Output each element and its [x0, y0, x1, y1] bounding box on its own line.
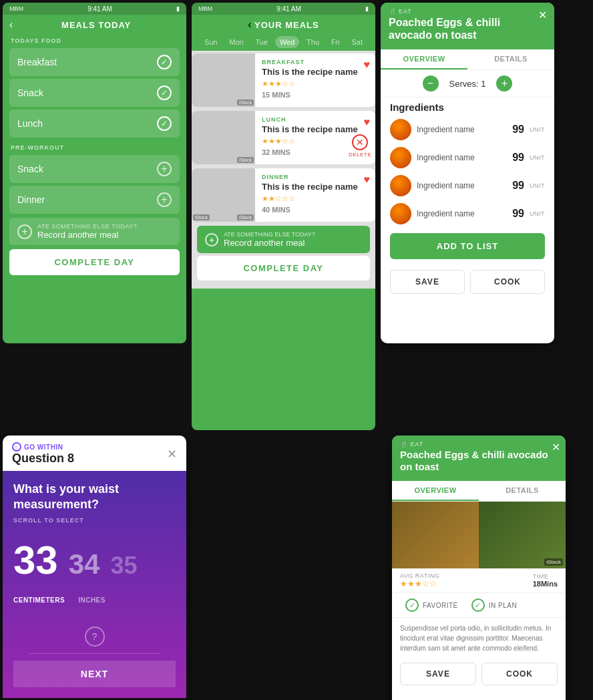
breakfast-check: ✓	[157, 55, 172, 69]
tab-details-1[interactable]: DETAILS	[467, 49, 554, 69]
record-meal-button-2[interactable]: + ATE SOMETHING ELSE TODAY? Record anoth…	[197, 226, 370, 253]
eat-label-1: 🍴 EAT	[389, 8, 546, 15]
ingredient-name-4: Ingredient name	[417, 209, 507, 218]
record-label-2: Record another meal	[224, 238, 315, 248]
recipe-stars-2: ★★★☆☆	[400, 579, 439, 588]
help-icon[interactable]: ?	[85, 627, 105, 647]
question-number: Question 8	[12, 452, 74, 466]
close-button-1[interactable]: ✕	[536, 8, 549, 21]
go-within-label: ○ GO WITHIN	[12, 442, 74, 452]
dinner-add[interactable]: +	[157, 192, 172, 207]
recipe-title-2: Poached Eggs & chilli avocado on toast	[400, 449, 558, 473]
screen-your-meals: MBM 9:41 AM ▮ ‹ YOUR MEALS Sun Mon Tue W…	[192, 3, 375, 430]
ingredient-image-1	[390, 119, 411, 140]
meal-item-snack2[interactable]: Snack +	[9, 155, 180, 183]
meal-item-breakfast[interactable]: Breakfast ✓	[9, 48, 180, 76]
day-sat[interactable]: Sat	[347, 36, 368, 48]
recipe-header-2: 🍴 EAT Poached Eggs & chilli avocado on t…	[392, 435, 566, 481]
save-button-1[interactable]: SAVE	[390, 270, 465, 294]
complete-day-button-2[interactable]: COMPLETE DAY	[197, 256, 370, 281]
ingredient-unit-3: UNIT	[530, 182, 545, 189]
tab-details-2[interactable]: DETAILS	[479, 481, 566, 501]
breakfast-content: BREAKFAST This is the recipe name ★★★☆☆ …	[255, 53, 375, 107]
eat-fork-icon-2: 🍴	[400, 441, 408, 448]
serves-plus[interactable]: +	[496, 75, 512, 92]
meal-card-dinner[interactable]: iStock iStock DINNER This is the recipe …	[192, 168, 375, 222]
screen-recipe-overview: 🍴 EAT Poached Eggs & chilli avocado on t…	[392, 435, 566, 700]
number-33[interactable]: 33	[13, 537, 58, 583]
in-plan-item[interactable]: ✓ IN PLAN	[471, 598, 517, 612]
breakfast-image: iStock	[192, 53, 255, 107]
screen-meals-today: MBM 9:41 AM ▮ ‹ MEALS TODAY TODAYS FOOD …	[3, 3, 186, 343]
in-plan-check-icon: ✓	[471, 598, 485, 612]
cook-button-2[interactable]: COOK	[481, 663, 558, 685]
bottom-actions-2: SAVE COOK	[392, 659, 566, 689]
snack1-check: ✓	[157, 85, 172, 100]
day-wed[interactable]: Wed	[275, 36, 299, 48]
dinner-heart-icon[interactable]: ♥	[364, 174, 371, 186]
complete-day-button-1[interactable]: COMPLETE DAY	[9, 249, 180, 275]
day-tue[interactable]: Tue	[251, 36, 273, 48]
number-34[interactable]: 34	[69, 548, 100, 580]
number-picker[interactable]: 33 34 35	[13, 537, 176, 596]
serves-row: − Serves: 1 +	[381, 70, 554, 98]
status-bar-2: MBM 9:41 AM ▮	[192, 3, 375, 15]
number-35[interactable]: 35	[110, 552, 137, 580]
meal-card-lunch[interactable]: iStock LUNCH This is the recipe name ★★★…	[192, 111, 375, 164]
day-sun[interactable]: Sun	[200, 36, 222, 48]
tab-overview-1[interactable]: OVERVIEW	[381, 49, 467, 69]
ingredients-heading: Ingredients	[381, 98, 554, 116]
add-to-list-button[interactable]: ADD TO LIST	[390, 233, 545, 259]
tab-overview-2[interactable]: OVERVIEW	[392, 481, 479, 501]
serves-minus[interactable]: −	[423, 75, 439, 92]
scroll-to-select-label: SCROLL TO SELECT	[13, 517, 84, 524]
cook-button-1[interactable]: COOK	[470, 270, 545, 294]
bottom-actions-1: SAVE COOK	[381, 265, 554, 299]
day-fri[interactable]: Fri	[327, 36, 345, 48]
question-text: What is your waist measurement?	[13, 482, 176, 513]
lunch-heart-icon[interactable]: ♥	[364, 116, 371, 128]
ingredient-name-3: Ingredient name	[417, 181, 507, 190]
record-meal-button-1[interactable]: + ATE SOMETHING ELSE TODAY? Record anoth…	[9, 218, 180, 245]
snack1-label: Snack	[17, 88, 43, 98]
meal-item-lunch[interactable]: Lunch ✓	[9, 110, 180, 138]
record-sub-label-1: ATE SOMETHING ELSE TODAY?	[37, 223, 137, 230]
meal-item-snack1[interactable]: Snack ✓	[9, 79, 180, 107]
question-header: ○ GO WITHIN Question 8 ✕	[3, 435, 186, 471]
battery-2: ▮	[365, 5, 369, 12]
ingredient-unit-4: UNIT	[530, 210, 545, 217]
ingredient-image-3	[390, 175, 411, 196]
back-arrow-1[interactable]: ‹	[9, 19, 13, 31]
unit-centimeters[interactable]: CENTIMETERS	[13, 596, 65, 604]
delete-button[interactable]: ✕	[352, 134, 368, 150]
day-thu[interactable]: Thu	[302, 36, 324, 48]
favorite-item[interactable]: ✓ FAVORITE	[405, 598, 458, 612]
time-1: 9:41 AM	[87, 5, 112, 13]
top-bar-1: ‹ MEALS TODAY	[3, 15, 186, 33]
breakfast-stars: ★★★☆☆	[262, 79, 369, 88]
breakfast-heart-icon[interactable]: ♥	[364, 59, 371, 71]
meal-item-dinner[interactable]: Dinner +	[9, 186, 180, 214]
ingredient-row-3: Ingredient name 99 UNIT	[381, 172, 554, 200]
meal-card-breakfast[interactable]: iStock BREAKFAST This is the recipe name…	[192, 53, 375, 107]
back-arrow-2[interactable]: ‹	[248, 19, 251, 30]
record-plus-icon-2: +	[205, 233, 218, 246]
recipe-video-thumbnail[interactable]: ▶ iStock	[392, 502, 566, 568]
breakfast-recipe-name: This is the recipe name	[262, 67, 369, 77]
day-navigator: Sun Mon Tue Wed Thu Fri Sat	[192, 33, 375, 51]
snack2-add[interactable]: +	[157, 162, 172, 176]
dinner-stars: ★★☆☆☆	[262, 194, 369, 203]
tabs-row-1: OVERVIEW DETAILS	[381, 49, 554, 70]
ingredient-image-4	[390, 203, 411, 224]
question-close-button[interactable]: ✕	[167, 447, 177, 462]
day-mon[interactable]: Mon	[224, 36, 248, 48]
close-button-2[interactable]: ✕	[552, 441, 560, 454]
status-bar-1: MBM 9:41 AM ▮	[3, 3, 186, 15]
next-button[interactable]: NEXT	[13, 661, 176, 687]
unit-inches[interactable]: INCHES	[78, 596, 106, 604]
favorite-label: FAVORITE	[423, 602, 458, 609]
ingredient-row-4: Ingredient name 99 UNIT	[381, 200, 554, 228]
preworkout-label: PRE-WORKOUT	[3, 140, 186, 152]
time-2: 9:41 AM	[276, 5, 301, 13]
save-button-2[interactable]: SAVE	[400, 663, 476, 685]
